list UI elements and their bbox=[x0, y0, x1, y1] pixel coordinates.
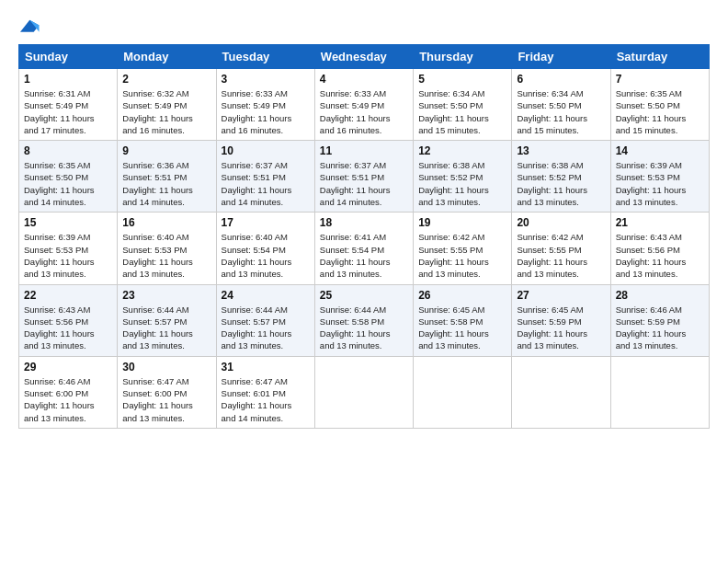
day-info: Sunrise: 6:34 AM Sunset: 5:50 PM Dayligh… bbox=[517, 87, 605, 136]
day-info: Sunrise: 6:47 AM Sunset: 6:01 PM Dayligh… bbox=[222, 375, 310, 424]
day-number: 25 bbox=[320, 289, 408, 302]
day-number: 8 bbox=[24, 144, 112, 157]
calendar-day-cell: 18Sunrise: 6:41 AM Sunset: 5:54 PM Dayli… bbox=[314, 213, 413, 284]
day-info: Sunrise: 6:42 AM Sunset: 5:55 PM Dayligh… bbox=[517, 231, 605, 280]
calendar-day-cell: 29Sunrise: 6:46 AM Sunset: 6:00 PM Dayli… bbox=[19, 356, 118, 428]
day-info: Sunrise: 6:37 AM Sunset: 5:51 PM Dayligh… bbox=[222, 159, 310, 208]
day-info: Sunrise: 6:33 AM Sunset: 5:49 PM Dayligh… bbox=[320, 87, 408, 136]
calendar-day-cell: 7Sunrise: 6:35 AM Sunset: 5:50 PM Daylig… bbox=[610, 69, 709, 141]
day-number: 21 bbox=[616, 216, 704, 229]
day-info: Sunrise: 6:45 AM Sunset: 5:58 PM Dayligh… bbox=[418, 304, 506, 352]
day-info: Sunrise: 6:38 AM Sunset: 5:52 PM Dayligh… bbox=[418, 159, 506, 208]
calendar-day-cell: 15Sunrise: 6:39 AM Sunset: 5:53 PM Dayli… bbox=[19, 213, 118, 284]
calendar-day-cell bbox=[610, 356, 709, 428]
day-number: 22 bbox=[24, 289, 112, 302]
day-info: Sunrise: 6:44 AM Sunset: 5:58 PM Dayligh… bbox=[320, 304, 408, 352]
day-info: Sunrise: 6:45 AM Sunset: 5:59 PM Dayligh… bbox=[517, 304, 605, 352]
day-number: 19 bbox=[418, 216, 506, 229]
calendar-day-cell: 27Sunrise: 6:45 AM Sunset: 5:59 PM Dayli… bbox=[512, 284, 610, 356]
day-number: 20 bbox=[517, 216, 605, 229]
day-number: 13 bbox=[517, 144, 605, 157]
page: SundayMondayTuesdayWednesdayThursdayFrid… bbox=[0, 0, 728, 563]
day-info: Sunrise: 6:42 AM Sunset: 5:55 PM Dayligh… bbox=[418, 231, 506, 280]
day-number: 11 bbox=[320, 144, 408, 157]
calendar-week-row: 1Sunrise: 6:31 AM Sunset: 5:49 PM Daylig… bbox=[19, 69, 710, 141]
day-info: Sunrise: 6:37 AM Sunset: 5:51 PM Dayligh… bbox=[320, 159, 408, 208]
day-info: Sunrise: 6:44 AM Sunset: 5:57 PM Dayligh… bbox=[122, 304, 210, 352]
weekday-header: Saturday bbox=[610, 45, 709, 69]
day-info: Sunrise: 6:40 AM Sunset: 5:53 PM Dayligh… bbox=[122, 231, 210, 280]
calendar-week-row: 22Sunrise: 6:43 AM Sunset: 5:56 PM Dayli… bbox=[19, 284, 710, 356]
day-number: 7 bbox=[616, 73, 704, 86]
day-number: 16 bbox=[122, 216, 210, 229]
day-number: 26 bbox=[418, 289, 506, 302]
day-info: Sunrise: 6:43 AM Sunset: 5:56 PM Dayligh… bbox=[616, 231, 704, 280]
calendar-day-cell: 11Sunrise: 6:37 AM Sunset: 5:51 PM Dayli… bbox=[314, 141, 413, 213]
day-number: 27 bbox=[517, 289, 605, 302]
calendar-day-cell: 2Sunrise: 6:32 AM Sunset: 5:49 PM Daylig… bbox=[118, 69, 216, 141]
day-number: 2 bbox=[122, 73, 210, 86]
day-info: Sunrise: 6:35 AM Sunset: 5:50 PM Dayligh… bbox=[24, 159, 112, 208]
calendar-body: 1Sunrise: 6:31 AM Sunset: 5:49 PM Daylig… bbox=[19, 69, 710, 429]
header bbox=[18, 15, 710, 35]
calendar-day-cell: 16Sunrise: 6:40 AM Sunset: 5:53 PM Dayli… bbox=[118, 213, 216, 284]
calendar-day-cell: 5Sunrise: 6:34 AM Sunset: 5:50 PM Daylig… bbox=[414, 69, 512, 141]
day-number: 24 bbox=[222, 289, 310, 302]
calendar-week-row: 15Sunrise: 6:39 AM Sunset: 5:53 PM Dayli… bbox=[19, 213, 710, 284]
day-info: Sunrise: 6:38 AM Sunset: 5:52 PM Dayligh… bbox=[517, 159, 605, 208]
calendar-day-cell: 13Sunrise: 6:38 AM Sunset: 5:52 PM Dayli… bbox=[512, 141, 610, 213]
day-number: 30 bbox=[122, 361, 210, 373]
weekday-header: Wednesday bbox=[314, 45, 413, 69]
calendar-week-row: 8Sunrise: 6:35 AM Sunset: 5:50 PM Daylig… bbox=[19, 141, 710, 213]
calendar-day-cell: 31Sunrise: 6:47 AM Sunset: 6:01 PM Dayli… bbox=[216, 356, 314, 428]
day-number: 29 bbox=[24, 361, 112, 373]
day-info: Sunrise: 6:39 AM Sunset: 5:53 PM Dayligh… bbox=[616, 159, 704, 208]
day-number: 28 bbox=[616, 289, 704, 302]
logo-icon bbox=[20, 19, 40, 34]
calendar-week-row: 29Sunrise: 6:46 AM Sunset: 6:00 PM Dayli… bbox=[19, 356, 710, 428]
calendar-day-cell: 23Sunrise: 6:44 AM Sunset: 5:57 PM Dayli… bbox=[118, 284, 216, 356]
day-info: Sunrise: 6:47 AM Sunset: 6:00 PM Dayligh… bbox=[122, 375, 210, 424]
calendar-day-cell: 10Sunrise: 6:37 AM Sunset: 5:51 PM Dayli… bbox=[216, 141, 314, 213]
day-info: Sunrise: 6:34 AM Sunset: 5:50 PM Dayligh… bbox=[418, 87, 506, 136]
calendar-day-cell: 19Sunrise: 6:42 AM Sunset: 5:55 PM Dayli… bbox=[414, 213, 512, 284]
day-number: 14 bbox=[616, 144, 704, 157]
day-info: Sunrise: 6:35 AM Sunset: 5:50 PM Dayligh… bbox=[616, 87, 704, 136]
calendar-day-cell: 22Sunrise: 6:43 AM Sunset: 5:56 PM Dayli… bbox=[19, 284, 118, 356]
weekday-header: Tuesday bbox=[216, 45, 314, 69]
calendar-day-cell: 1Sunrise: 6:31 AM Sunset: 5:49 PM Daylig… bbox=[19, 69, 118, 141]
calendar-day-cell bbox=[414, 356, 512, 428]
weekday-header: Monday bbox=[118, 45, 216, 69]
calendar-day-cell: 30Sunrise: 6:47 AM Sunset: 6:00 PM Dayli… bbox=[118, 356, 216, 428]
day-info: Sunrise: 6:39 AM Sunset: 5:53 PM Dayligh… bbox=[24, 231, 112, 280]
day-number: 4 bbox=[320, 73, 408, 86]
day-number: 17 bbox=[222, 216, 310, 229]
day-number: 6 bbox=[517, 73, 605, 86]
weekday-header: Friday bbox=[512, 45, 610, 69]
day-info: Sunrise: 6:40 AM Sunset: 5:54 PM Dayligh… bbox=[222, 231, 310, 280]
calendar-day-cell: 12Sunrise: 6:38 AM Sunset: 5:52 PM Dayli… bbox=[414, 141, 512, 213]
day-number: 1 bbox=[24, 73, 112, 86]
calendar-day-cell: 17Sunrise: 6:40 AM Sunset: 5:54 PM Dayli… bbox=[216, 213, 314, 284]
calendar-day-cell bbox=[512, 356, 610, 428]
calendar-day-cell: 4Sunrise: 6:33 AM Sunset: 5:49 PM Daylig… bbox=[314, 69, 413, 141]
day-number: 9 bbox=[122, 144, 210, 157]
day-info: Sunrise: 6:31 AM Sunset: 5:49 PM Dayligh… bbox=[24, 87, 112, 136]
calendar-day-cell: 26Sunrise: 6:45 AM Sunset: 5:58 PM Dayli… bbox=[414, 284, 512, 356]
day-number: 5 bbox=[418, 73, 506, 86]
day-number: 23 bbox=[122, 289, 210, 302]
day-info: Sunrise: 6:46 AM Sunset: 6:00 PM Dayligh… bbox=[24, 375, 112, 424]
day-info: Sunrise: 6:43 AM Sunset: 5:56 PM Dayligh… bbox=[24, 304, 112, 352]
calendar-day-cell bbox=[314, 356, 413, 428]
calendar-day-cell: 3Sunrise: 6:33 AM Sunset: 5:49 PM Daylig… bbox=[216, 69, 314, 141]
calendar-day-cell: 8Sunrise: 6:35 AM Sunset: 5:50 PM Daylig… bbox=[19, 141, 118, 213]
day-info: Sunrise: 6:33 AM Sunset: 5:49 PM Dayligh… bbox=[222, 87, 310, 136]
day-info: Sunrise: 6:36 AM Sunset: 5:51 PM Dayligh… bbox=[122, 159, 210, 208]
calendar-day-cell: 24Sunrise: 6:44 AM Sunset: 5:57 PM Dayli… bbox=[216, 284, 314, 356]
calendar-day-cell: 20Sunrise: 6:42 AM Sunset: 5:55 PM Dayli… bbox=[512, 213, 610, 284]
calendar-day-cell: 28Sunrise: 6:46 AM Sunset: 5:59 PM Dayli… bbox=[610, 284, 709, 356]
calendar-header-row: SundayMondayTuesdayWednesdayThursdayFrid… bbox=[19, 45, 710, 69]
day-number: 31 bbox=[222, 361, 310, 373]
weekday-header: Sunday bbox=[19, 45, 118, 69]
day-number: 12 bbox=[418, 144, 506, 157]
